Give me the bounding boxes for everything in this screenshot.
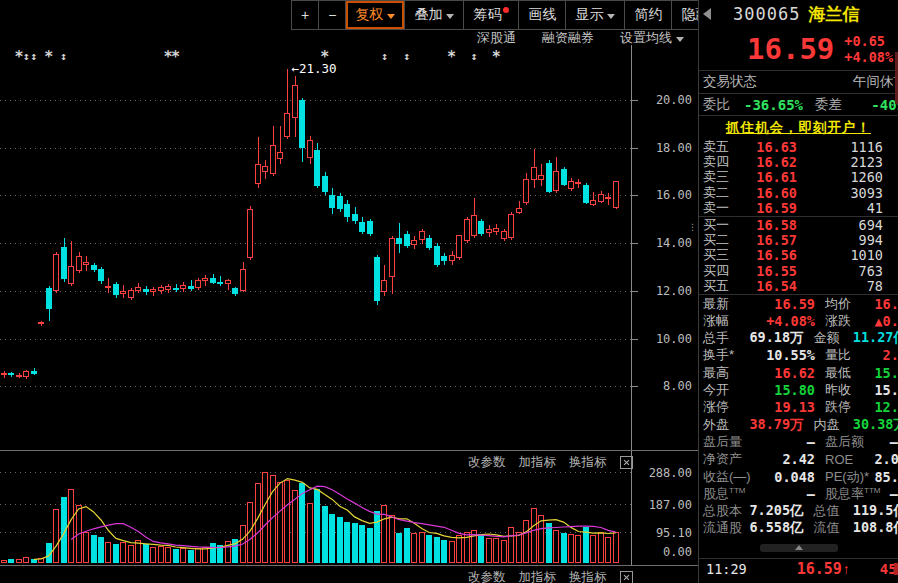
stat-label: 净资产 (703, 450, 755, 468)
sub-toolbar: 深股通融资融券设置均线 (0, 30, 698, 46)
stat-row: 盘后量—盘后额— (699, 433, 898, 450)
stat-label: 股息率TTM (825, 485, 869, 503)
bid-qty: 78 (797, 278, 898, 294)
stat-value: 69.18万 (749, 329, 803, 347)
collapse-handle[interactable] (760, 544, 838, 552)
ask-row[interactable]: 卖五16.631116 (699, 139, 898, 154)
ask-row[interactable]: 卖二16.603093 (699, 185, 898, 200)
toolbar-button-label: 简约 (634, 6, 662, 24)
event-arrow-icon: ↕ (60, 50, 67, 63)
toolbar-button-label: 复权 (355, 6, 383, 24)
volume-pane[interactable]: 288.00187.0095.100.00 改参数加指标换指标 (0, 450, 698, 565)
toolbar-button-显示[interactable]: 显示 (566, 0, 625, 30)
candlestick-chart[interactable]: *↕↕*↕***↕↕*↕*←21.30 (0, 45, 698, 450)
indicator-menu-item[interactable]: 换指标 (569, 569, 607, 583)
event-arrow-icon: ↕ (381, 50, 388, 63)
event-arrow-icon: ↕ (471, 50, 478, 63)
open-account-link[interactable]: 抓住机会，即刻开户！ (726, 119, 871, 137)
toolbar-button-叠加[interactable]: 叠加 (405, 0, 464, 30)
toolbar-button-−[interactable]: − (319, 0, 346, 30)
up-arrow-icon: ↑ (843, 561, 850, 577)
indicator-menu-item[interactable]: 加指标 (519, 569, 557, 583)
next-indicator-strip: 改参数加指标换指标 (0, 565, 698, 583)
volume-axis-label: 187.00 (634, 498, 692, 512)
toolbar-button-复权[interactable]: 复权 (346, 0, 405, 30)
stat-row: 涨幅+4.08%涨跌▲0.6 (699, 312, 898, 329)
stat-value: 2.42 (755, 451, 815, 467)
bid-row[interactable]: 买二16.57994 (699, 232, 898, 247)
ask-qty: 2123 (797, 154, 898, 170)
bid-row[interactable]: 买三16.561010 (699, 248, 898, 263)
ask-row[interactable]: 卖一16.5941 (699, 201, 898, 216)
event-star-icon: * (492, 48, 501, 66)
stat-label: 收益(—) (703, 468, 755, 486)
weibi-row: 委比 -36.65% 委差 -409 (699, 94, 898, 115)
stat-label: 流通股 (703, 519, 749, 537)
stat-value: 0.048 (755, 469, 815, 485)
stat-label: 最高 (703, 364, 755, 382)
indicator-menu-item[interactable]: 改参数 (468, 569, 506, 583)
bottom-strip-menu: 改参数加指标换指标 (468, 569, 633, 583)
chevron-down-icon (387, 14, 395, 19)
price-axis-label: 16.00 (634, 188, 692, 202)
stat-label: 盘后量 (703, 433, 755, 451)
price-peak-annotation: ←21.30 (291, 61, 336, 76)
stat-value: +4.08% (755, 313, 815, 329)
toolbar-button-label: 叠加 (414, 6, 442, 24)
toolbar-button-label: + (301, 7, 309, 23)
ask-qty: 1260 (797, 169, 898, 185)
stat-label: 金额 (814, 329, 853, 347)
price-axis-label: 14.00 (634, 236, 692, 250)
close-icon[interactable] (620, 456, 633, 469)
toolbar-button-筹码[interactable]: 筹码 (464, 0, 519, 30)
stat-label: PE(动)* (825, 468, 869, 486)
indicator-menu-item[interactable]: 改参数 (468, 454, 506, 471)
toolbar-button-简约[interactable]: 简约 (625, 0, 672, 30)
ask-qty: 3093 (797, 185, 898, 201)
stat-label: 最新 (703, 295, 755, 313)
stat-value: 15.80 (755, 382, 815, 398)
stat-label: 内盘 (814, 416, 853, 434)
price-pane[interactable]: *↕↕*↕***↕↕*↕*←21.30 20.0018.0016.0014.00… (0, 45, 698, 450)
stat-label: 流值 (814, 519, 853, 537)
indicator-menu-item[interactable]: 换指标 (569, 454, 607, 471)
back-icon[interactable] (703, 8, 711, 20)
stats-grid: 最新16.59均价16.3涨幅+4.08%涨跌▲0.6总手69.18万金额11.… (699, 295, 898, 537)
stat-label: 今开 (703, 381, 755, 399)
stat-row: 股息TTM—股息率TTM— (699, 485, 898, 502)
stat-value: — (869, 486, 898, 502)
stat-value: 15.5 (869, 365, 898, 381)
close-icon[interactable] (620, 571, 633, 583)
ask-price: 16.62 (735, 154, 797, 170)
trade-status-label: 交易状态 (703, 73, 757, 91)
ask-qty: 1116 (797, 139, 898, 155)
weicha-value: -409 (871, 97, 898, 113)
weibi-value: -36.65% (744, 97, 803, 113)
stat-row: 总手69.18万金额11.27亿 (699, 330, 898, 347)
ask-row[interactable]: 卖四16.622123 (699, 154, 898, 169)
toolbar-button-label: 显示 (575, 6, 603, 24)
bid-row[interactable]: 买四16.55763 (699, 263, 898, 278)
stat-label: 量比 (825, 346, 869, 364)
stat-value: 15.9 (869, 382, 898, 398)
stat-label: 最低 (825, 364, 869, 382)
stat-row: 总股本7.205亿总值119.5亿 (699, 502, 898, 519)
bid-row[interactable]: 买一16.58694 (699, 217, 898, 232)
bid-qty: 994 (797, 232, 898, 248)
indicator-menu-item[interactable]: 加指标 (519, 454, 557, 471)
stat-label: ROE (825, 452, 869, 467)
stat-value: 6.558亿 (749, 519, 803, 537)
ask-price: 16.61 (735, 169, 797, 185)
weicha-label: 委差 (815, 96, 842, 114)
ask-row[interactable]: 卖三16.611260 (699, 170, 898, 185)
footer-price: 16.59 (797, 560, 842, 578)
stat-value: 2.02 (869, 451, 898, 467)
footer-bar: 11:29 16.59 ↑ 45 (699, 559, 898, 579)
price-axis-label: 20.00 (634, 93, 692, 107)
bid-row[interactable]: 买五16.5478 (699, 279, 898, 294)
stat-value: 16.59 (755, 296, 815, 312)
toolbar-button-画线[interactable]: 画线 (519, 0, 566, 30)
toolbar-button-+[interactable]: + (291, 0, 319, 30)
clipped-glyph (894, 563, 898, 575)
clock: 11:29 (706, 561, 747, 577)
